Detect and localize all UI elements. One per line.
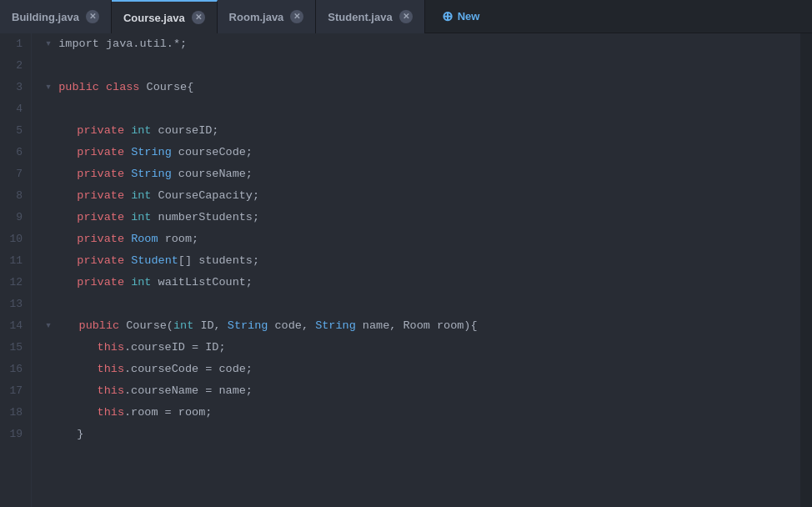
tab-close-building[interactable]: ✕	[86, 10, 99, 23]
code-line-10: private Room room;	[45, 228, 800, 250]
tab-course-java[interactable]: Course.java ✕	[112, 0, 218, 33]
line-num: 10	[5, 228, 23, 250]
code-line-2	[45, 55, 800, 77]
code-line-15: this.courseID = ID;	[45, 337, 800, 359]
line-num: 12	[5, 272, 23, 294]
tab-building-java[interactable]: Building.java ✕	[0, 0, 112, 33]
tab-close-student[interactable]: ✕	[399, 10, 413, 23]
new-tab-label: New	[458, 10, 480, 23]
scrollbar-right[interactable]	[800, 33, 812, 507]
code-line-14: ▾ public Course(int ID, String code, Str…	[45, 315, 800, 337]
new-tab-button[interactable]: ⊕ New	[429, 0, 494, 33]
code-line-11: private Student[] students;	[45, 250, 800, 272]
tab-close-room[interactable]: ✕	[290, 10, 303, 23]
code-line-12: private int waitListCount;	[45, 272, 800, 294]
line-num: 1	[5, 33, 23, 55]
line-num: 6	[5, 142, 23, 163]
tab-close-course[interactable]: ✕	[192, 11, 205, 24]
line-num: 8	[5, 185, 23, 207]
line-num: 11	[5, 250, 23, 272]
code-line-8: private int CourseCapacity;	[45, 185, 800, 207]
line-num: 4	[5, 98, 23, 120]
tab-bar: Building.java ✕ Course.java ✕ Room.java …	[0, 0, 812, 33]
line-num: 19	[5, 424, 23, 445]
code-line-6: private String courseCode;	[45, 142, 800, 163]
line-num: 9	[5, 207, 23, 228]
code-editor: 1 2 3 4 5 6 7 8 9 10 11 12 13 14 15 16 1…	[0, 33, 812, 507]
tab-label: Course.java	[123, 12, 185, 24]
arrow-icon: ▾	[45, 77, 58, 98]
code-line-5: private int courseID;	[45, 120, 800, 142]
arrow-icon: ▾	[45, 33, 58, 55]
line-num: 5	[5, 120, 23, 142]
line-num: 13	[5, 294, 23, 315]
code-line-16: this.courseCode = code;	[45, 359, 800, 380]
line-numbers: 1 2 3 4 5 6 7 8 9 10 11 12 13 14 15 16 1…	[0, 33, 32, 507]
line-num: 17	[5, 380, 23, 402]
plus-circle-icon: ⊕	[442, 8, 453, 24]
tab-room-java[interactable]: Room.java ✕	[218, 0, 317, 33]
code-line-4	[45, 98, 800, 120]
line-num: 15	[5, 337, 23, 359]
line-num: 18	[5, 402, 23, 424]
line-num: 3	[5, 77, 23, 98]
tab-label: Building.java	[12, 11, 79, 23]
arrow-icon: ▾	[45, 315, 58, 337]
line-num: 2	[5, 55, 23, 77]
code-line-17: this.courseName = name;	[45, 380, 800, 402]
code-line-1: ▾ import java.util.*;	[45, 33, 800, 55]
tab-label: Room.java	[229, 11, 284, 23]
code-line-18: this.room = room;	[45, 402, 800, 424]
tab-student-java[interactable]: Student.java ✕	[316, 0, 424, 33]
code-content[interactable]: ▾ import java.util.*; ▾ public class Cou…	[32, 33, 800, 507]
code-line-9: private int numberStudents;	[45, 207, 800, 228]
code-line-13	[45, 294, 800, 315]
tab-label: Student.java	[328, 11, 392, 23]
code-line-19: }	[45, 424, 800, 445]
line-num: 7	[5, 163, 23, 185]
line-num: 14	[5, 315, 23, 337]
code-line-3: ▾ public class Course{	[45, 77, 800, 98]
code-line-7: private String courseName;	[45, 163, 800, 185]
line-num: 16	[5, 359, 23, 380]
